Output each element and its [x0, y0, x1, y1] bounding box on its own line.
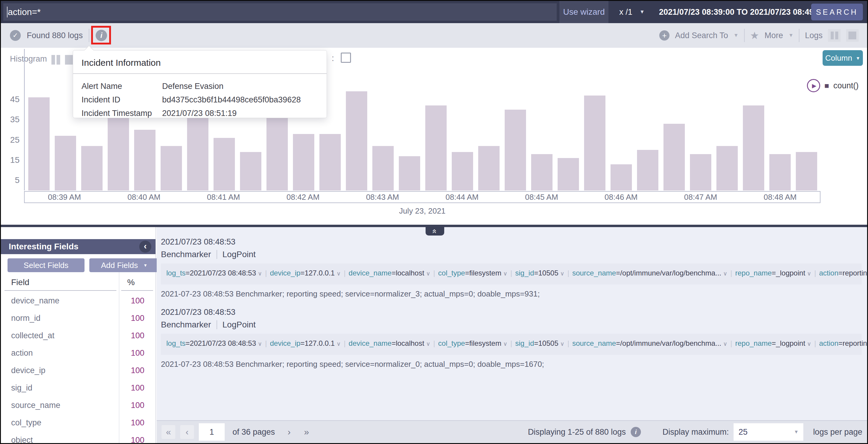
histogram-bar[interactable] — [134, 130, 155, 191]
field-row[interactable]: action100 — [1, 344, 155, 362]
chevron-down-icon[interactable]: ∨ — [560, 341, 564, 347]
field-row[interactable]: device_ip100 — [1, 362, 155, 379]
last-page-button[interactable]: » — [300, 427, 313, 437]
histogram-bar[interactable] — [319, 134, 341, 191]
log-field-pill[interactable]: device_ip=127.0.0.1∨ — [270, 269, 340, 277]
first-page-button[interactable]: « — [161, 425, 175, 439]
chevron-down-icon[interactable]: ∨ — [560, 270, 564, 277]
x-axis-label: 08:41 AM — [184, 192, 263, 202]
page-number-input[interactable]: 1 — [199, 423, 225, 441]
add-search-to-button[interactable]: Add Search To — [675, 31, 728, 40]
chevron-down-icon[interactable]: ∨ — [258, 341, 262, 347]
histogram-bar[interactable] — [637, 150, 658, 191]
histogram-bar[interactable] — [240, 152, 261, 191]
histogram-bar[interactable] — [478, 146, 500, 191]
histogram-bar[interactable] — [425, 105, 446, 191]
log-field-pill[interactable]: sig_id=10505∨ — [515, 339, 564, 347]
chevron-down-icon[interactable]: ∨ — [337, 341, 341, 347]
chevron-down-icon[interactable]: ∨ — [723, 270, 727, 277]
histogram-bar[interactable] — [28, 97, 50, 191]
log-field-pill[interactable]: sig_id=10505∨ — [515, 269, 564, 277]
select-fields-button[interactable]: Select Fields — [7, 258, 85, 272]
field-row[interactable]: device_name100 — [1, 292, 155, 309]
collapse-sidebar-button[interactable]: ‹ — [139, 241, 151, 253]
histogram-bar[interactable] — [293, 134, 314, 191]
histogram-bar[interactable] — [55, 136, 76, 191]
log-field-pill[interactable]: source_name=/opt/immune/var/log/benchma.… — [572, 269, 727, 277]
field-row[interactable]: sig_id100 — [1, 379, 155, 397]
more-button[interactable]: More — [765, 31, 783, 40]
histogram-bar[interactable] — [584, 96, 606, 191]
incident-field-label: Alert Name — [82, 82, 162, 91]
histogram-bar[interactable] — [214, 138, 235, 191]
chevron-down-icon[interactable]: ∨ — [807, 270, 811, 277]
chevron-down-icon[interactable]: ∨ — [723, 341, 727, 347]
chevron-down-icon[interactable]: ∨ — [258, 270, 262, 277]
histogram-bar[interactable] — [452, 152, 473, 191]
histogram-bar[interactable] — [505, 110, 526, 191]
x-axis-label: 08:48 AM — [741, 192, 820, 202]
field-row[interactable]: norm_id100 — [1, 309, 155, 327]
logpoint-search-screen: action=* Use wizard x /1 ▼ 2021/07/23 08… — [0, 0, 868, 444]
field-row[interactable]: col_type100 — [1, 414, 155, 432]
histogram-bar[interactable] — [531, 154, 553, 191]
field-value: =filesystem — [465, 339, 501, 347]
chart-type-dropdown[interactable]: Column ▼ — [823, 50, 863, 66]
use-wizard-button[interactable]: Use wizard — [559, 1, 609, 23]
collapse-histogram-button[interactable]: « — [426, 227, 444, 236]
histogram-bar[interactable] — [769, 154, 791, 191]
chevron-down-icon[interactable]: ∨ — [337, 270, 341, 277]
log-source[interactable]: Benchmarker — [161, 320, 211, 330]
field-value: =127.0.0.1 — [301, 269, 335, 277]
log-repo[interactable]: LogPoint — [223, 250, 256, 259]
display-maximum-select[interactable]: 25 ▼ — [734, 423, 803, 441]
log-source[interactable]: Benchmarker — [161, 250, 211, 259]
log-field-pill[interactable]: col_type=filesystem∨ — [438, 339, 507, 347]
histogram-bar[interactable] — [796, 152, 817, 191]
log-field-pill[interactable]: col_type=filesystem∨ — [438, 269, 507, 277]
log-field-pill[interactable]: source_name=/opt/immune/var/log/benchma.… — [572, 339, 727, 347]
log-field-pill[interactable]: action=reporting speed∨ — [819, 339, 867, 347]
search-button[interactable]: SEARCH — [811, 4, 863, 21]
field-key: device_name — [349, 269, 392, 277]
chevron-down-icon[interactable]: ∨ — [426, 270, 430, 277]
incident-field-value: Defense Evasion — [162, 82, 318, 91]
field-row[interactable]: source_name100 — [1, 397, 155, 414]
histogram-bar[interactable] — [743, 105, 764, 191]
full-view-toggle[interactable] — [846, 29, 859, 42]
incident-info-icon[interactable]: i — [96, 30, 107, 41]
histogram-bar[interactable] — [558, 158, 579, 191]
log-field-pill[interactable]: log_ts=2021/07/23 08:48:53∨ — [166, 339, 262, 347]
add-fields-button[interactable]: Add Fields ▼ — [89, 258, 159, 272]
histogram-bar[interactable] — [372, 146, 394, 191]
chevron-down-icon[interactable]: ∨ — [503, 270, 507, 277]
chevron-down-icon[interactable]: ∨ — [807, 341, 811, 347]
search-query-input[interactable]: action=* — [3, 3, 557, 21]
search-query-text: action=* — [8, 7, 40, 17]
histogram-bar[interactable] — [346, 91, 367, 191]
log-field-pill[interactable]: repo_name=_logpoint∨ — [735, 269, 811, 277]
histogram-bar[interactable] — [663, 124, 685, 191]
log-field-pill[interactable]: device_name=localhost∨ — [349, 269, 430, 277]
repo-ratio-dropdown[interactable]: x /1 ▼ — [619, 1, 645, 23]
histogram-bar[interactable] — [716, 146, 738, 191]
next-page-button[interactable]: › — [283, 427, 296, 437]
log-field-pill[interactable]: log_ts=2021/07/23 08:48:53∨ — [166, 269, 262, 277]
field-row[interactable]: collected_at100 — [1, 327, 155, 344]
log-field-pill[interactable]: repo_name=_logpoint∨ — [735, 339, 811, 347]
chevron-down-icon[interactable]: ∨ — [426, 341, 430, 347]
histogram-bar[interactable] — [399, 156, 420, 191]
log-field-pill[interactable]: device_ip=127.0.0.1∨ — [270, 339, 340, 347]
split-view-toggle[interactable] — [828, 29, 841, 42]
log-field-pill[interactable]: action=reporting speed∨ — [819, 269, 867, 277]
histogram-bar[interactable] — [690, 154, 711, 191]
field-row[interactable]: object100 — [1, 432, 155, 443]
chevron-down-icon[interactable]: ∨ — [503, 341, 507, 347]
histogram-bar[interactable] — [81, 146, 102, 191]
histogram-bar[interactable] — [161, 146, 182, 191]
log-repo[interactable]: LogPoint — [223, 320, 256, 330]
log-field-pill[interactable]: device_name=localhost∨ — [349, 339, 430, 347]
info-icon[interactable]: i — [631, 427, 641, 437]
histogram-bar[interactable] — [611, 164, 632, 191]
prev-page-button[interactable]: ‹ — [180, 425, 194, 439]
